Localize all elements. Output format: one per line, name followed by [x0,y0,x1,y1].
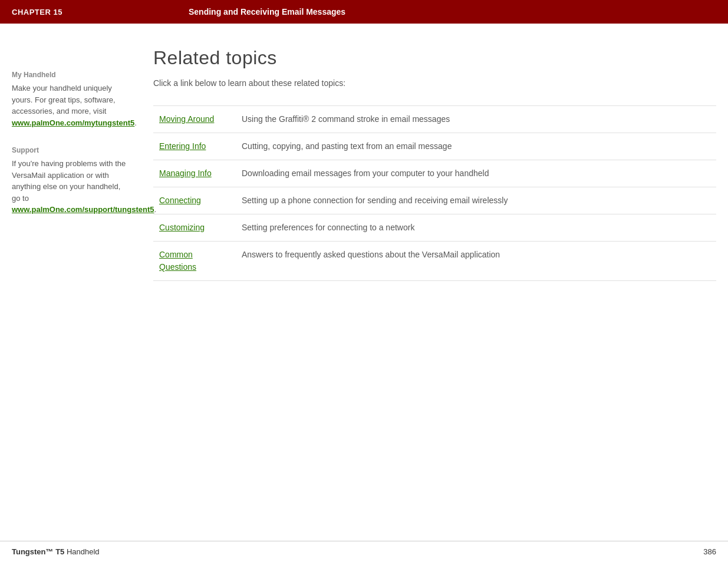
topic-link-3[interactable]: Connecting [159,196,201,205]
topic-link-5[interactable]: Common Questions [159,250,196,272]
footer-page-number: 386 [703,547,716,556]
topic-link-cell: Moving Around [153,106,236,133]
topic-link-cell: Connecting [153,187,236,214]
footer-brand-suffix: Handheld [64,547,99,556]
sidebar-link-myhandheld[interactable]: www.palmOne.com/mytungstent5 [12,118,134,127]
sidebar-link-support[interactable]: www.palmOne.com/support/tungstent5 [12,205,154,214]
sidebar-section-support: Support If you're having problems with t… [12,146,130,216]
sidebar-section1-body: Make your handheld uniquely yours. For g… [12,82,130,128]
chapter-label: CHAPTER 15 [12,8,189,16]
table-row: Entering InfoCutting, copying, and pasti… [153,133,716,160]
content-wrapper: My Handheld Make your handheld uniquely … [0,24,728,530]
topic-link-cell: Common Questions [153,242,236,281]
table-row: CustomizingSetting preferences for conne… [153,214,716,242]
header-bar: CHAPTER 15 Sending and Receiving Email M… [0,0,728,24]
topic-link-cell: Customizing [153,214,236,242]
intro-text: Click a link below to learn about these … [153,78,716,88]
table-row: ConnectingSetting up a phone connection … [153,187,716,214]
topic-link-0[interactable]: Moving Around [159,114,214,124]
chapter-title: Sending and Receiving Email Messages [189,7,345,16]
footer-brand: Tungsten™ T5 Handheld [12,547,100,556]
page-title: Related topics [153,47,716,69]
sidebar-section2-body: If you're having problems with the Versa… [12,158,130,216]
topic-link-cell: Entering Info [153,133,236,160]
sidebar: My Handheld Make your handheld uniquely … [12,47,141,530]
topic-link-2[interactable]: Managing Info [159,168,212,178]
topic-description: Downloading email messages from your com… [236,160,716,187]
sidebar-section2-title: Support [12,146,130,154]
footer: Tungsten™ T5 Handheld 386 [0,541,728,562]
table-row: Common QuestionsAnswers to frequently as… [153,242,716,281]
topic-description: Setting up a phone connection for sendin… [236,187,716,214]
main-content: Related topics Click a link below to lea… [141,47,716,530]
topics-table: Moving AroundUsing the Graffiti® 2 comma… [153,105,716,281]
topic-description: Using the Graffiti® 2 command stroke in … [236,106,716,133]
topic-description: Answers to frequently asked questions ab… [236,242,716,281]
table-row: Managing InfoDownloading email messages … [153,160,716,187]
footer-brand-name: Tungsten™ T5 [12,547,64,556]
topic-description: Cutting, copying, and pasting text from … [236,133,716,160]
topic-link-4[interactable]: Customizing [159,223,205,232]
sidebar-section1-title: My Handheld [12,71,130,79]
topic-description: Setting preferences for connecting to a … [236,214,716,242]
table-row: Moving AroundUsing the Graffiti® 2 comma… [153,106,716,133]
topic-link-1[interactable]: Entering Info [159,141,206,151]
topic-link-cell: Managing Info [153,160,236,187]
sidebar-section-myhandheld: My Handheld Make your handheld uniquely … [12,71,130,128]
